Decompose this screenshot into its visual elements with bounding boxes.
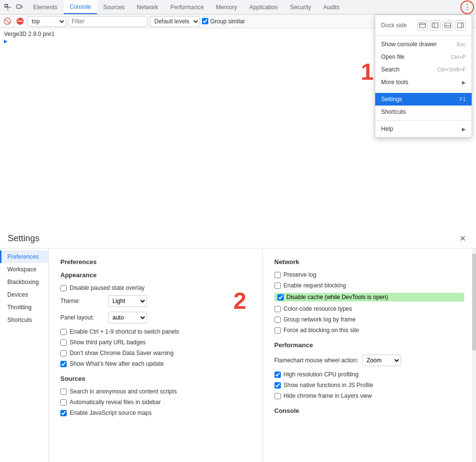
hide-chrome-frame-checkbox[interactable] [275, 393, 281, 399]
panel-layout-selector[interactable]: auto [108, 312, 147, 323]
menu-help-section: Help ▶ [375, 121, 472, 137]
search-anonymous-checkbox[interactable] [60, 389, 67, 395]
nav-shortcuts[interactable]: Shortcuts [0, 314, 48, 326]
tab-network[interactable]: Network [131, 0, 165, 14]
settings-main-content: Preferences Appearance Disable paused st… [49, 249, 476, 462]
device-icon[interactable] [14, 1, 25, 13]
inspect-icon[interactable] [2, 1, 14, 13]
undock-icon[interactable] [417, 20, 428, 31]
svg-rect-4 [21, 6, 22, 8]
show-native-functions-checkbox[interactable] [275, 382, 281, 389]
performance-subsection: Performance Flamechart mouse wheel actio… [275, 341, 465, 399]
settings-panel: Settings ✕ Preferences Workspace Blackbo… [0, 229, 476, 462]
dont-show-chrome-checkbox[interactable] [60, 350, 67, 356]
disable-cache-checkbox[interactable] [277, 294, 284, 301]
nav-devices[interactable]: Devices [0, 288, 48, 301]
dock-icons-group [417, 20, 466, 31]
enable-request-blocking-checkbox[interactable] [275, 283, 281, 289]
enable-request-blocking-row: Enable request blocking [275, 282, 465, 289]
network-title: Network [275, 258, 465, 266]
auto-reveal-checkbox[interactable] [60, 399, 67, 406]
auto-reveal-row: Automatically reveal files in sidebar [60, 399, 251, 406]
menu-shortcuts[interactable]: Shortcuts [375, 106, 472, 118]
show-native-functions-row: Show native functions in JS Profile [275, 382, 465, 389]
nav-blackboxing[interactable]: Blackboxing [0, 276, 48, 288]
menu-show-console-drawer[interactable]: Show console drawer Esc [375, 38, 472, 51]
high-res-cpu-checkbox[interactable] [275, 372, 281, 378]
settings-nav: Preferences Workspace Blackboxing Device… [0, 249, 49, 462]
high-res-cpu-row: High resolution CPU profiling [275, 371, 465, 378]
theme-selector[interactable]: Light [108, 295, 147, 307]
theme-row: Theme: Light [60, 295, 251, 307]
tab-elements[interactable]: Elements [27, 0, 64, 14]
settings-left-column: Preferences Appearance Disable paused st… [49, 249, 263, 462]
group-similar-checkbox[interactable] [202, 18, 208, 24]
nav-workspace[interactable]: Workspace [0, 263, 48, 276]
devtools-left-icons [0, 0, 27, 14]
tab-sources[interactable]: Sources [97, 0, 131, 14]
more-tools-arrow-icon: ▶ [462, 80, 466, 85]
dock-side-section: Dock side [375, 15, 472, 36]
svg-rect-9 [445, 23, 451, 28]
tab-memory[interactable]: Memory [210, 0, 243, 14]
devtools-tabs-bar: Elements Console Sources Network Perform… [0, 0, 476, 15]
disable-paused-checkbox[interactable] [60, 285, 67, 291]
devtools-top-panel: Elements Console Sources Network Perform… [0, 0, 476, 229]
scrollbar-track[interactable] [472, 249, 476, 462]
log-levels-selector[interactable]: Default levels [150, 16, 200, 27]
group-similar-label[interactable]: Group similar [202, 18, 245, 25]
svg-rect-11 [458, 23, 463, 28]
filter-input[interactable] [68, 16, 148, 27]
settings-close-button[interactable]: ✕ [457, 232, 468, 244]
tab-console[interactable]: Console [64, 0, 97, 14]
console-section-title: Console [275, 407, 465, 414]
enable-ctrl-checkbox[interactable] [60, 329, 67, 335]
disable-paused-row: Disable paused state overlay [60, 284, 251, 291]
settings-right-column: 2 Network Preserve log Enable request bl… [263, 249, 476, 462]
menu-items-section: Show console drawer Esc Open file Ctrl+P… [375, 36, 472, 91]
menu-help[interactable]: Help ▶ [375, 123, 472, 135]
dock-bottom-icon[interactable] [442, 20, 453, 31]
menu-open-file[interactable]: Open file Ctrl+P [375, 51, 472, 63]
svg-rect-3 [17, 5, 21, 8]
enable-js-maps-checkbox[interactable] [60, 410, 67, 416]
tab-audits[interactable]: Audits [317, 0, 346, 14]
sources-title: Sources [60, 375, 251, 382]
dock-side-row: Dock side [375, 17, 472, 34]
enable-ctrl-row: Enable Ctrl + 1-9 shortcut to switch pan… [60, 328, 251, 335]
menu-search[interactable]: Search Ctrl+Shift+F [375, 63, 472, 76]
menu-settings-section: Settings F1 Shortcuts [375, 91, 472, 121]
preserve-log-row: Preserve log [275, 271, 465, 278]
group-network-checkbox[interactable] [275, 317, 281, 323]
more-options-button[interactable]: ⋮ [460, 0, 474, 14]
clear-console-button[interactable]: 🚫 [2, 16, 13, 27]
menu-more-tools[interactable]: More tools ▶ [375, 76, 472, 89]
annotation-1: 1 [361, 58, 374, 85]
panel-layout-row: Panel layout: auto [60, 312, 251, 323]
svg-rect-7 [432, 23, 438, 28]
context-selector[interactable]: top [27, 16, 66, 27]
preserve-log-checkbox[interactable] [275, 272, 281, 278]
dock-left-icon[interactable] [430, 20, 440, 31]
color-code-checkbox[interactable] [275, 306, 281, 312]
disable-cache-row: Disable cache (while DevTools is open) [275, 293, 465, 302]
tab-performance[interactable]: Performance [165, 0, 210, 14]
console-arrow-icon: ▶ [4, 38, 8, 44]
preferences-title: Preferences [60, 258, 251, 266]
flamechart-selector[interactable]: Zoom [362, 355, 401, 366]
tab-application[interactable]: Application [243, 0, 284, 14]
show-third-party-checkbox[interactable] [60, 339, 67, 346]
scrollbar-thumb[interactable] [472, 253, 476, 351]
filter-button[interactable]: ⛔ [15, 16, 25, 27]
context-dropdown-menu: Dock side [375, 15, 472, 138]
menu-settings[interactable]: Settings F1 [375, 93, 472, 106]
dock-right-icon[interactable] [455, 20, 466, 31]
tab-security[interactable]: Security [284, 0, 317, 14]
nav-preferences[interactable]: Preferences [0, 250, 48, 263]
show-whats-new-checkbox[interactable] [60, 361, 67, 367]
group-network-row: Group network log by frame [275, 316, 465, 323]
force-ad-blocking-checkbox[interactable] [275, 327, 281, 334]
nav-throttling[interactable]: Throttling [0, 301, 48, 314]
devtools-right-controls: ⋮ [460, 0, 476, 14]
enable-js-maps-row: Enable JavaScript source maps [60, 409, 251, 416]
